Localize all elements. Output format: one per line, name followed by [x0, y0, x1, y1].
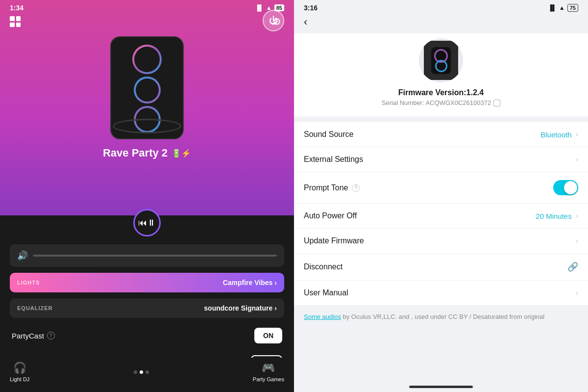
- battery-right: 75: [567, 4, 578, 12]
- signal-icon-right: ▐▌: [548, 4, 557, 11]
- settings-list: Sound Source Bluetooth › External Settin…: [294, 122, 588, 305]
- lights-chevron-icon: ›: [274, 279, 277, 287]
- volume-icon: 🔊: [17, 250, 28, 261]
- back-button[interactable]: ‹: [294, 14, 588, 33]
- sound-source-left: Sound Source: [304, 130, 353, 139]
- lights-value: Campfire Vibes ›: [223, 279, 277, 287]
- dot-1: [134, 370, 137, 374]
- signal-icon: ▐▌: [255, 4, 264, 11]
- disconnect-right: 🔗: [567, 261, 578, 272]
- status-bar-left: 1:34 ▐▌ ▲ 85: [0, 0, 294, 14]
- prompt-tone-toggle[interactable]: [553, 180, 578, 195]
- update-firmware-right: ›: [576, 236, 578, 245]
- power-button[interactable]: ⏻: [263, 10, 284, 31]
- settings-item-disconnect[interactable]: Disconnect 🔗: [294, 254, 588, 281]
- copy-icon[interactable]: [493, 100, 500, 106]
- settings-item-auto-power[interactable]: Auto Power Off 20 Minutes ›: [294, 204, 588, 229]
- external-settings-chevron-icon: ›: [576, 155, 578, 164]
- play-pause-icon: ⏮⏸: [138, 218, 156, 228]
- device-avatar-image: [424, 41, 458, 80]
- left-phone: 1:34 ▐▌ ▲ 85 ⚙ ⏻ Rave Party 2 🔋⚡: [0, 0, 294, 392]
- speaker-ring-top: [132, 45, 162, 74]
- battery-charging-icon: 🔋⚡: [172, 149, 191, 158]
- firmware-version: Firmware Version:1.2.4: [398, 88, 484, 97]
- settings-item-update-firmware[interactable]: Update Firmware ›: [294, 229, 588, 254]
- eq-value: soundcore Signature ›: [204, 304, 277, 312]
- user-manual-chevron-icon: ›: [576, 288, 578, 297]
- time-left: 1:34: [10, 4, 24, 12]
- sound-source-value: Bluetooth: [540, 131, 571, 139]
- update-firmware-label: Update Firmware: [304, 236, 364, 245]
- device-name-left: Rave Party 2 🔋⚡: [0, 147, 294, 159]
- partycast-label: PartyCast ?: [12, 332, 55, 340]
- footnote-text: by Oculus VR,LLC. and , used under CC BY…: [341, 313, 544, 320]
- home-indicator-right: [409, 386, 473, 388]
- play-button-container: ⏮⏸: [10, 209, 284, 236]
- sound-source-right: Bluetooth ›: [540, 130, 578, 139]
- sound-source-chevron-icon: ›: [576, 130, 578, 139]
- lights-label: LIGHTS: [17, 280, 40, 286]
- right-phone: 3:16 ▐▌ ▲ 75 ‹ Firmware Version:1.2.4 Se…: [294, 0, 588, 392]
- nav-item-light-dj[interactable]: 🎧 Light DJ: [10, 362, 29, 382]
- party-games-icon: 🎮: [262, 362, 275, 374]
- auto-power-chevron-icon: ›: [576, 211, 578, 220]
- status-icons-right: ▐▌ ▲ 75: [548, 4, 578, 12]
- page-dots: [134, 370, 149, 374]
- disconnect-label: Disconnect: [304, 262, 343, 271]
- status-bar-right: 3:16 ▐▌ ▲ 75: [294, 0, 588, 14]
- user-manual-left: User Manual: [304, 288, 348, 297]
- sound-source-label: Sound Source: [304, 130, 353, 139]
- grid-menu-icon[interactable]: [10, 16, 21, 27]
- top-bar-left: ⚙: [0, 14, 294, 31]
- user-manual-label: User Manual: [304, 288, 348, 297]
- partycast-help-icon[interactable]: ?: [47, 332, 55, 340]
- update-firmware-chevron-icon: ›: [576, 236, 578, 245]
- footnote-link[interactable]: Some audios: [304, 313, 341, 320]
- volume-control[interactable]: 🔊: [10, 244, 284, 267]
- device-avatar: [419, 38, 463, 82]
- external-settings-label: External Settings: [304, 155, 363, 164]
- disconnect-left: Disconnect: [304, 262, 343, 271]
- nav-item-party-games[interactable]: 🎮 Party Games: [253, 362, 284, 382]
- auto-power-left: Auto Power Off: [304, 211, 357, 220]
- time-right: 3:16: [304, 4, 318, 12]
- speaker-image-container: [0, 36, 294, 139]
- dot-3: [146, 370, 149, 374]
- prompt-tone-left: Prompt Tone ?: [304, 183, 360, 192]
- settings-item-user-manual[interactable]: User Manual ›: [294, 281, 588, 305]
- auto-power-value: 20 Minutes: [536, 212, 571, 220]
- partycast-row: PartyCast ? ON: [10, 324, 284, 347]
- eq-chevron-icon: ›: [274, 304, 277, 312]
- power-icon: ⏻: [269, 16, 278, 26]
- volume-track[interactable]: [33, 255, 277, 257]
- wifi-icon-right: ▲: [559, 4, 565, 11]
- external-settings-right: ›: [576, 155, 578, 164]
- user-manual-right: ›: [576, 288, 578, 297]
- prompt-tone-label: Prompt Tone: [304, 183, 348, 192]
- auto-power-label: Auto Power Off: [304, 211, 357, 220]
- equalizer-control[interactable]: EQUALIZER soundcore Signature ›: [10, 298, 284, 318]
- speaker-ring-mid: [134, 77, 161, 104]
- settings-item-prompt-tone[interactable]: Prompt Tone ?: [294, 172, 588, 204]
- device-info-card: Firmware Version:1.2.4 Serial Number: AC…: [294, 33, 588, 116]
- play-pause-button[interactable]: ⏮⏸: [133, 209, 161, 236]
- lights-control[interactable]: LIGHTS Campfire Vibes ›: [10, 273, 284, 292]
- footnote: Some audios by Oculus VR,LLC. and , used…: [294, 305, 588, 329]
- auto-power-right: 20 Minutes ›: [536, 211, 578, 220]
- dot-2: [140, 370, 143, 374]
- speaker-image: [110, 36, 184, 139]
- partycast-toggle[interactable]: ON: [254, 328, 282, 343]
- prompt-tone-help-icon[interactable]: ?: [352, 184, 360, 192]
- settings-item-external[interactable]: External Settings ›: [294, 147, 588, 172]
- bottom-nav: 🎧 Light DJ 🎮 Party Games: [0, 358, 294, 392]
- eq-label: EQUALIZER: [17, 305, 53, 311]
- update-firmware-left: Update Firmware: [304, 236, 364, 245]
- speaker-bottom-ring: [113, 119, 181, 133]
- disconnect-link-icon: 🔗: [567, 261, 578, 272]
- light-dj-icon: 🎧: [13, 362, 26, 374]
- serial-number: Serial Number: ACQWGX0C26100372: [382, 99, 500, 106]
- external-settings-left: External Settings: [304, 155, 363, 164]
- settings-item-sound-source[interactable]: Sound Source Bluetooth ›: [294, 122, 588, 147]
